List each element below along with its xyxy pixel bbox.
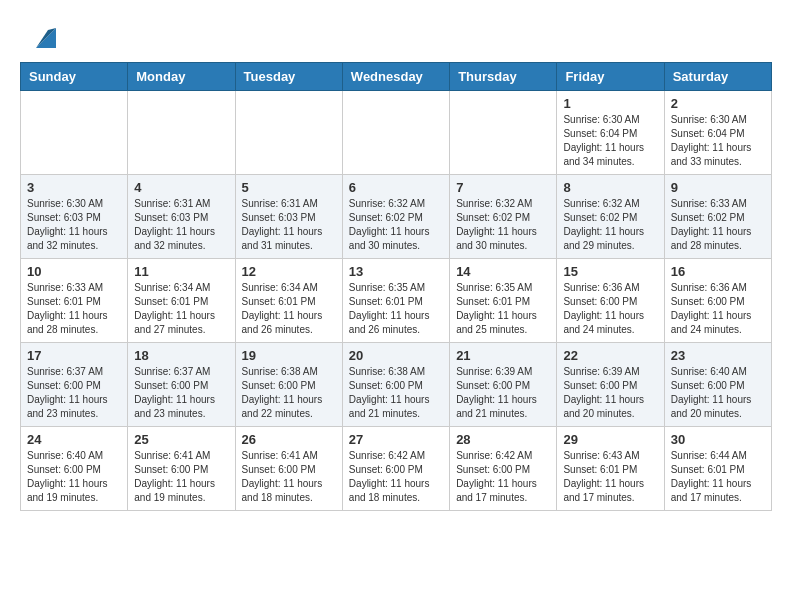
calendar-cell: 7Sunrise: 6:32 AM Sunset: 6:02 PM Daylig…: [450, 175, 557, 259]
day-info: Sunrise: 6:44 AM Sunset: 6:01 PM Dayligh…: [671, 449, 765, 505]
day-number: 4: [134, 180, 228, 195]
calendar-cell: 20Sunrise: 6:38 AM Sunset: 6:00 PM Dayli…: [342, 343, 449, 427]
calendar-week-row: 24Sunrise: 6:40 AM Sunset: 6:00 PM Dayli…: [21, 427, 772, 511]
day-number: 15: [563, 264, 657, 279]
day-number: 14: [456, 264, 550, 279]
calendar-cell: [235, 91, 342, 175]
logo: [20, 20, 60, 52]
day-info: Sunrise: 6:41 AM Sunset: 6:00 PM Dayligh…: [134, 449, 228, 505]
calendar-week-row: 10Sunrise: 6:33 AM Sunset: 6:01 PM Dayli…: [21, 259, 772, 343]
day-info: Sunrise: 6:33 AM Sunset: 6:01 PM Dayligh…: [27, 281, 121, 337]
day-info: Sunrise: 6:32 AM Sunset: 6:02 PM Dayligh…: [349, 197, 443, 253]
day-info: Sunrise: 6:42 AM Sunset: 6:00 PM Dayligh…: [456, 449, 550, 505]
day-info: Sunrise: 6:37 AM Sunset: 6:00 PM Dayligh…: [27, 365, 121, 421]
weekday-header: Monday: [128, 63, 235, 91]
logo-icon: [28, 20, 60, 52]
day-number: 17: [27, 348, 121, 363]
page-header: [20, 20, 772, 52]
day-info: Sunrise: 6:42 AM Sunset: 6:00 PM Dayligh…: [349, 449, 443, 505]
day-number: 3: [27, 180, 121, 195]
calendar-cell: 12Sunrise: 6:34 AM Sunset: 6:01 PM Dayli…: [235, 259, 342, 343]
calendar-cell: 27Sunrise: 6:42 AM Sunset: 6:00 PM Dayli…: [342, 427, 449, 511]
day-number: 13: [349, 264, 443, 279]
day-info: Sunrise: 6:34 AM Sunset: 6:01 PM Dayligh…: [242, 281, 336, 337]
day-number: 19: [242, 348, 336, 363]
calendar-cell: 28Sunrise: 6:42 AM Sunset: 6:00 PM Dayli…: [450, 427, 557, 511]
day-number: 6: [349, 180, 443, 195]
day-number: 9: [671, 180, 765, 195]
day-info: Sunrise: 6:32 AM Sunset: 6:02 PM Dayligh…: [563, 197, 657, 253]
day-info: Sunrise: 6:39 AM Sunset: 6:00 PM Dayligh…: [456, 365, 550, 421]
day-number: 29: [563, 432, 657, 447]
day-number: 24: [27, 432, 121, 447]
calendar-cell: [450, 91, 557, 175]
day-info: Sunrise: 6:31 AM Sunset: 6:03 PM Dayligh…: [134, 197, 228, 253]
weekday-header: Tuesday: [235, 63, 342, 91]
calendar-cell: [21, 91, 128, 175]
day-info: Sunrise: 6:32 AM Sunset: 6:02 PM Dayligh…: [456, 197, 550, 253]
calendar-cell: 17Sunrise: 6:37 AM Sunset: 6:00 PM Dayli…: [21, 343, 128, 427]
day-number: 21: [456, 348, 550, 363]
calendar-cell: 29Sunrise: 6:43 AM Sunset: 6:01 PM Dayli…: [557, 427, 664, 511]
day-number: 1: [563, 96, 657, 111]
calendar-table: SundayMondayTuesdayWednesdayThursdayFrid…: [20, 62, 772, 511]
day-info: Sunrise: 6:31 AM Sunset: 6:03 PM Dayligh…: [242, 197, 336, 253]
day-number: 27: [349, 432, 443, 447]
calendar-week-row: 17Sunrise: 6:37 AM Sunset: 6:00 PM Dayli…: [21, 343, 772, 427]
calendar-week-row: 3Sunrise: 6:30 AM Sunset: 6:03 PM Daylig…: [21, 175, 772, 259]
calendar-cell: 4Sunrise: 6:31 AM Sunset: 6:03 PM Daylig…: [128, 175, 235, 259]
day-info: Sunrise: 6:41 AM Sunset: 6:00 PM Dayligh…: [242, 449, 336, 505]
day-info: Sunrise: 6:37 AM Sunset: 6:00 PM Dayligh…: [134, 365, 228, 421]
calendar-cell: 18Sunrise: 6:37 AM Sunset: 6:00 PM Dayli…: [128, 343, 235, 427]
calendar-week-row: 1Sunrise: 6:30 AM Sunset: 6:04 PM Daylig…: [21, 91, 772, 175]
day-number: 20: [349, 348, 443, 363]
calendar-cell: 21Sunrise: 6:39 AM Sunset: 6:00 PM Dayli…: [450, 343, 557, 427]
calendar-cell: 11Sunrise: 6:34 AM Sunset: 6:01 PM Dayli…: [128, 259, 235, 343]
calendar-cell: 3Sunrise: 6:30 AM Sunset: 6:03 PM Daylig…: [21, 175, 128, 259]
calendar-cell: [128, 91, 235, 175]
day-info: Sunrise: 6:39 AM Sunset: 6:00 PM Dayligh…: [563, 365, 657, 421]
calendar-cell: [342, 91, 449, 175]
calendar-cell: 8Sunrise: 6:32 AM Sunset: 6:02 PM Daylig…: [557, 175, 664, 259]
weekday-header: Sunday: [21, 63, 128, 91]
day-number: 11: [134, 264, 228, 279]
calendar-cell: 23Sunrise: 6:40 AM Sunset: 6:00 PM Dayli…: [664, 343, 771, 427]
calendar-cell: 6Sunrise: 6:32 AM Sunset: 6:02 PM Daylig…: [342, 175, 449, 259]
calendar-cell: 2Sunrise: 6:30 AM Sunset: 6:04 PM Daylig…: [664, 91, 771, 175]
day-info: Sunrise: 6:38 AM Sunset: 6:00 PM Dayligh…: [349, 365, 443, 421]
calendar-cell: 22Sunrise: 6:39 AM Sunset: 6:00 PM Dayli…: [557, 343, 664, 427]
day-number: 22: [563, 348, 657, 363]
weekday-header: Thursday: [450, 63, 557, 91]
day-number: 28: [456, 432, 550, 447]
calendar-header-row: SundayMondayTuesdayWednesdayThursdayFrid…: [21, 63, 772, 91]
calendar-cell: 15Sunrise: 6:36 AM Sunset: 6:00 PM Dayli…: [557, 259, 664, 343]
day-info: Sunrise: 6:35 AM Sunset: 6:01 PM Dayligh…: [349, 281, 443, 337]
day-number: 25: [134, 432, 228, 447]
day-info: Sunrise: 6:36 AM Sunset: 6:00 PM Dayligh…: [563, 281, 657, 337]
calendar-cell: 10Sunrise: 6:33 AM Sunset: 6:01 PM Dayli…: [21, 259, 128, 343]
day-info: Sunrise: 6:36 AM Sunset: 6:00 PM Dayligh…: [671, 281, 765, 337]
day-number: 5: [242, 180, 336, 195]
day-number: 23: [671, 348, 765, 363]
day-number: 2: [671, 96, 765, 111]
day-info: Sunrise: 6:34 AM Sunset: 6:01 PM Dayligh…: [134, 281, 228, 337]
day-number: 7: [456, 180, 550, 195]
calendar-cell: 14Sunrise: 6:35 AM Sunset: 6:01 PM Dayli…: [450, 259, 557, 343]
weekday-header: Wednesday: [342, 63, 449, 91]
day-number: 26: [242, 432, 336, 447]
calendar-cell: 26Sunrise: 6:41 AM Sunset: 6:00 PM Dayli…: [235, 427, 342, 511]
day-number: 8: [563, 180, 657, 195]
calendar-cell: 19Sunrise: 6:38 AM Sunset: 6:00 PM Dayli…: [235, 343, 342, 427]
day-number: 10: [27, 264, 121, 279]
day-info: Sunrise: 6:33 AM Sunset: 6:02 PM Dayligh…: [671, 197, 765, 253]
day-info: Sunrise: 6:30 AM Sunset: 6:04 PM Dayligh…: [563, 113, 657, 169]
day-info: Sunrise: 6:30 AM Sunset: 6:04 PM Dayligh…: [671, 113, 765, 169]
day-number: 18: [134, 348, 228, 363]
day-info: Sunrise: 6:35 AM Sunset: 6:01 PM Dayligh…: [456, 281, 550, 337]
day-number: 12: [242, 264, 336, 279]
day-number: 16: [671, 264, 765, 279]
day-info: Sunrise: 6:40 AM Sunset: 6:00 PM Dayligh…: [671, 365, 765, 421]
weekday-header: Friday: [557, 63, 664, 91]
calendar-cell: 16Sunrise: 6:36 AM Sunset: 6:00 PM Dayli…: [664, 259, 771, 343]
weekday-header: Saturday: [664, 63, 771, 91]
